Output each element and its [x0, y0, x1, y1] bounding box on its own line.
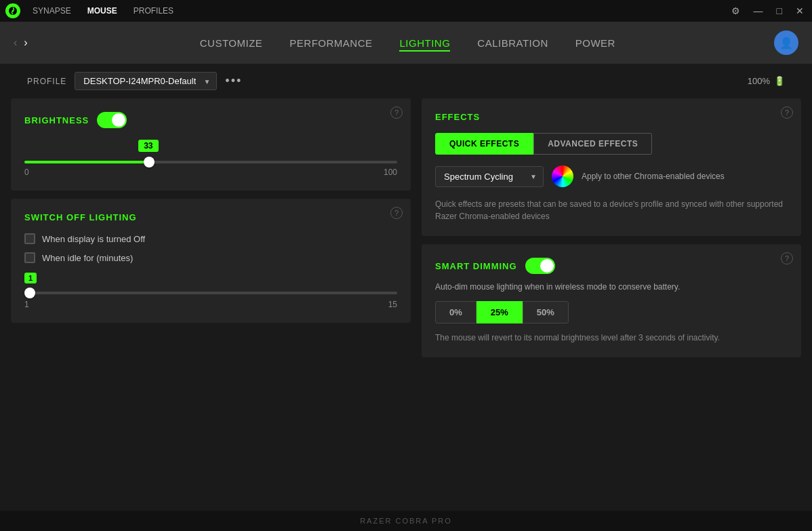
- brightness-max: 100: [384, 168, 397, 177]
- right-column: ? EFFECTS QUICK EFFECTS ADVANCED EFFECTS…: [422, 98, 801, 498]
- main-content: ? BRIGHTNESS 33 0 100 ?: [0, 98, 812, 509]
- effects-help-icon[interactable]: ?: [781, 106, 793, 119]
- battery-percent: 100%: [748, 76, 770, 86]
- switch-off-card: ? SWITCH OFF LIGHTING When display is tu…: [11, 199, 411, 323]
- battery-info: 100% 🔋: [748, 76, 785, 86]
- nav-tab-calibration[interactable]: CALIBRATION: [477, 35, 548, 52]
- profile-label: PROFILE: [27, 77, 66, 86]
- effects-card: ? EFFECTS QUICK EFFECTS ADVANCED EFFECTS…: [422, 98, 801, 236]
- effects-tabs: QUICK EFFECTS ADVANCED EFFECTS: [435, 133, 788, 155]
- nav-tabs: CUSTOMIZE PERFORMANCE LIGHTING CALIBRATI…: [41, 35, 774, 52]
- display-off-label: When display is turned Off: [42, 234, 145, 244]
- profile-select[interactable]: DESKTOP-I24MPR0-Default: [75, 72, 217, 90]
- idle-slider-wrap: 1 1 15: [24, 271, 397, 309]
- chroma-color-picker[interactable]: [552, 165, 573, 187]
- settings-icon[interactable]: ⚙: [729, 4, 743, 18]
- dim-btn-50[interactable]: 50%: [523, 301, 569, 323]
- app-icon: [5, 3, 20, 18]
- brightness-toggle[interactable]: [97, 112, 127, 128]
- tab-synapse[interactable]: SYNAPSE: [31, 3, 73, 18]
- effects-description: Quick effects are presets that can be sa…: [435, 198, 788, 222]
- idle-range-labels: 1 15: [24, 300, 397, 309]
- tab-mouse[interactable]: MOUSE: [86, 3, 119, 18]
- svg-point-1: [12, 10, 14, 12]
- smart-dimming-toggle[interactable]: [525, 258, 555, 274]
- close-button[interactable]: ✕: [793, 4, 807, 18]
- display-off-checkbox[interactable]: [24, 233, 35, 244]
- nav-forward-arrow[interactable]: ›: [24, 37, 27, 49]
- nav-tab-lighting[interactable]: LIGHTING: [399, 35, 450, 52]
- switch-off-title: SWITCH OFF LIGHTING: [24, 212, 397, 222]
- idle-slider[interactable]: [24, 292, 397, 294]
- profile-more-icon[interactable]: •••: [225, 74, 242, 88]
- idle-checkbox[interactable]: [24, 252, 35, 263]
- idle-max: 15: [388, 300, 397, 309]
- brightness-title: BRIGHTNESS: [24, 115, 89, 125]
- brightness-help-icon[interactable]: ?: [390, 106, 403, 119]
- maximize-button[interactable]: □: [774, 4, 785, 18]
- apply-chroma-label: Apply to other Chroma-enabled devices: [582, 172, 725, 181]
- nav-arrows: ‹ ›: [14, 37, 28, 49]
- user-avatar[interactable]: 👤: [774, 31, 798, 55]
- effects-title: EFFECTS: [435, 112, 788, 122]
- profile-bar: PROFILE DESKTOP-I24MPR0-Default ••• 100%…: [0, 64, 812, 98]
- dim-buttons: 0% 25% 50%: [435, 301, 788, 323]
- effects-row: Spectrum Cycling Static Breathing Wave R…: [435, 165, 788, 187]
- switch-off-help-icon[interactable]: ?: [390, 207, 403, 219]
- idle-min: 1: [24, 300, 29, 309]
- idle-row: When idle for (minutes): [24, 252, 397, 263]
- profile-left: PROFILE DESKTOP-I24MPR0-Default •••: [27, 72, 242, 90]
- tab-profiles[interactable]: PROFILES: [132, 3, 175, 18]
- idle-label: When idle for (minutes): [42, 253, 133, 263]
- profile-select-wrap[interactable]: DESKTOP-I24MPR0-Default: [75, 72, 217, 90]
- effect-select[interactable]: Spectrum Cycling Static Breathing Wave R…: [435, 166, 544, 187]
- smart-dimming-help-icon[interactable]: ?: [781, 252, 793, 264]
- smart-dimming-header: SMART DIMMING: [435, 258, 788, 274]
- brightness-value-bubble: 33: [138, 140, 158, 152]
- advanced-effects-tab[interactable]: ADVANCED EFFECTS: [533, 133, 652, 155]
- display-off-row: When display is turned Off: [24, 233, 397, 244]
- nav-tab-power[interactable]: POWER: [575, 35, 615, 52]
- smart-dimming-title: SMART DIMMING: [435, 261, 517, 271]
- nav-tab-performance[interactable]: PERFORMANCE: [289, 35, 372, 52]
- effect-select-wrap[interactable]: Spectrum Cycling Static Breathing Wave R…: [435, 166, 544, 187]
- title-bar-left: SYNAPSE MOUSE PROFILES: [5, 3, 175, 18]
- smart-dimming-note: The mouse will revert to its normal brig…: [435, 332, 788, 344]
- dim-btn-0[interactable]: 0%: [435, 301, 476, 323]
- left-column: ? BRIGHTNESS 33 0 100 ?: [11, 98, 411, 498]
- brightness-min: 0: [24, 168, 29, 177]
- title-bar-tabs: SYNAPSE MOUSE PROFILES: [31, 3, 175, 18]
- nav-back-arrow[interactable]: ‹: [14, 37, 17, 49]
- footer: RAZER COBRA PRO: [0, 511, 812, 531]
- idle-value-bubble: 1: [24, 273, 37, 283]
- brightness-slider[interactable]: [24, 161, 397, 163]
- minimize-button[interactable]: —: [751, 4, 766, 18]
- dim-btn-25[interactable]: 25%: [476, 301, 523, 323]
- brightness-slider-wrap: 33 0 100: [24, 139, 397, 177]
- nav-tab-customize[interactable]: CUSTOMIZE: [200, 35, 263, 52]
- nav-bar: ‹ › CUSTOMIZE PERFORMANCE LIGHTING CALIB…: [0, 22, 812, 64]
- battery-icon: 🔋: [774, 76, 785, 86]
- title-bar: SYNAPSE MOUSE PROFILES ⚙ — □ ✕: [0, 0, 812, 22]
- smart-dimming-card: ? SMART DIMMING Auto-dim mouse lighting …: [422, 244, 801, 357]
- title-bar-controls: ⚙ — □ ✕: [729, 4, 807, 18]
- device-name: RAZER COBRA PRO: [360, 517, 452, 525]
- brightness-toggle-row: BRIGHTNESS: [24, 112, 397, 128]
- smart-dimming-description: Auto-dim mouse lighting when in wireless…: [435, 282, 788, 292]
- brightness-card: ? BRIGHTNESS 33 0 100: [11, 98, 411, 191]
- quick-effects-tab[interactable]: QUICK EFFECTS: [435, 133, 533, 155]
- brightness-range: 0 100: [24, 168, 397, 177]
